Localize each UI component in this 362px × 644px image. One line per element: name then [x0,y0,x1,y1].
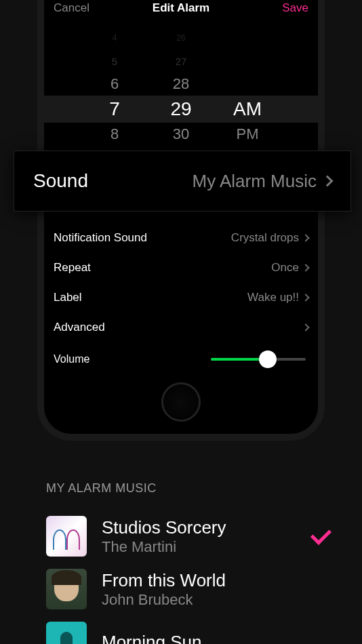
row-value: Wake up!! [247,291,308,304]
album-art-icon [46,516,87,557]
row-value [303,325,308,330]
cancel-button[interactable]: Cancel [54,1,89,15]
music-section: MY ALARM MUSIC Studios Sorcery The Marti… [0,468,362,644]
picker-period-selected: AM [227,98,268,120]
track-artist: John Brubeck [102,591,348,609]
slider-thumb[interactable] [259,350,277,368]
phone-frame: Cancel Edit Alarm Save 4 26 5 27 6 28 7 [37,0,325,441]
home-button[interactable] [161,382,201,422]
picker-period: PM [227,125,268,143]
sound-callout[interactable]: Sound My Alarm Music [14,150,351,212]
save-button[interactable]: Save [282,1,308,15]
picker-hour: 5 [94,56,135,67]
row-label: Repeat [54,261,91,275]
track-row[interactable]: Morning Sun [14,622,348,644]
label-row[interactable]: Label Wake up!! [54,283,308,313]
chevron-right-icon [302,264,309,271]
track-title: Morning Sun [102,632,348,645]
volume-slider[interactable] [211,358,306,361]
picker-hour: 6 [94,75,135,93]
album-art-icon [46,569,87,609]
chevron-right-icon [322,176,334,187]
picker-minute: 27 [161,56,201,67]
track-row[interactable]: Studios Sorcery The Martini [14,516,348,557]
row-label: Advanced [54,321,105,334]
row-label: Label [54,291,82,304]
chevron-right-icon [302,234,309,241]
row-value: Crystal drops [231,231,308,245]
advanced-row[interactable]: Advanced [54,313,308,342]
track-title: From this World [102,570,348,591]
picker-minute: 26 [161,33,201,43]
nav-title: Edit Alarm [153,1,209,15]
section-header: MY ALARM MUSIC [46,481,348,496]
volume-label: Volume [54,353,89,365]
checkmark-icon [310,530,328,542]
picker-minute-selected: 29 [161,98,201,120]
sound-value: My Alarm Music [193,171,331,192]
album-art-icon [46,622,87,644]
settings-list: Notification Sound Crystal drops Repeat … [44,216,318,369]
repeat-row[interactable]: Repeat Once [54,253,308,283]
row-value: Once [271,261,308,275]
chevron-right-icon [302,323,309,331]
picker-hour: 8 [94,125,135,143]
picker-minute: 28 [161,75,201,93]
picker-hour: 4 [94,33,135,43]
volume-row: Volume [54,342,308,369]
chevron-right-icon [302,294,309,301]
picker-hour-selected: 7 [94,98,135,120]
track-row[interactable]: From this World John Brubeck [14,569,348,609]
row-label: Notification Sound [54,231,147,245]
time-picker[interactable]: 4 26 5 27 6 28 7 29 AM 8 30 P [44,26,318,142]
notification-sound-row[interactable]: Notification Sound Crystal drops [54,223,308,253]
picker-minute: 30 [161,125,201,143]
nav-bar: Cancel Edit Alarm Save [44,0,318,23]
sound-label: Sound [33,170,88,192]
